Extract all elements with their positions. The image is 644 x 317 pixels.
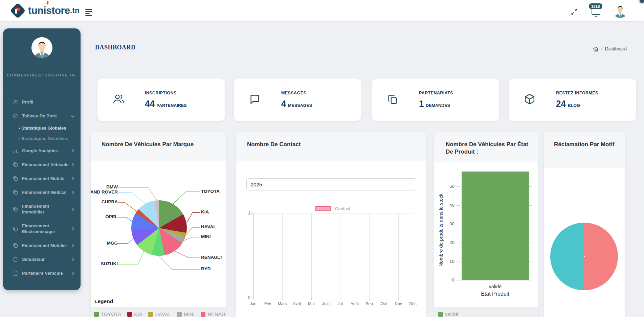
y-tick-label: 50 [442,184,454,189]
bar-x-axis-line [460,280,532,280]
x-tick-label: Nov [391,301,406,306]
line-legend-swatch[interactable] [315,206,331,211]
pie-slice-label: KIA [201,209,209,214]
sidebar-item-label: Financement Véhicule [22,162,69,167]
stat-card-restez-inform-s: RESTEZ INFORMÉS24BLOG [509,78,636,121]
brand-accent [46,1,49,5]
legend-label: validé [445,311,458,317]
stat-unit: PARTENAIRES [157,103,187,108]
x-tick-label: Mai [304,301,319,306]
fullscreen-icon[interactable] [571,8,578,17]
x-tick-label: Juin [318,301,333,306]
sidebar-item-label: Profil [22,99,74,105]
x-tick-label: Avril [289,301,304,306]
legend-item[interactable]: validé [438,311,458,317]
bar-y-axis-label: Nombre de produits dans le stock [438,174,444,286]
y-tick-label: 1 [244,211,250,216]
pie-slice-label: LAND ROVER [91,189,118,195]
legend-item[interactable]: MINI [177,311,195,317]
sidebar-item-financement-mobilier[interactable]: Financement Mobilier [3,239,81,252]
legend-label: MINI [184,311,195,317]
sidebar-item-financement-mobile[interactable]: Financement Mobile [3,172,81,185]
stat-label: PARTENARIATS [419,90,453,95]
sidebar: COMMERCIAL@TUNISTORE.TN. ProfilTableau D… [3,28,81,290]
sidebar-item-tableau-de-bord[interactable]: Tableau De Bord [3,109,81,123]
chat-icon [249,93,262,106]
pie-slice-label: OPEL [105,214,118,219]
sidebar-item-profil[interactable]: Profil [3,95,81,109]
legend-strip: TOYOTAKIAHAVALMINIRENAULTBYD [91,307,226,317]
legend-item[interactable]: HAVAL [148,311,171,317]
stat-label: MESSAGES [281,90,312,95]
sidebar-item-financement-medical[interactable]: Financement Medical [3,185,81,199]
chevron-right-icon [71,163,74,166]
sidebar-item-financement-v-hicule[interactable]: Financement Véhicule [3,158,81,172]
user-avatar[interactable] [613,3,628,18]
pie-slice-label: MINI [201,234,211,239]
line-legend-label: Contact [335,206,350,211]
sidebar-item-financement-immobilier[interactable]: Financement Immobilier [3,199,81,219]
sidebar-subitem-statistiques-d-taill-es[interactable]: Statistiques Détaillées [3,133,81,144]
brand-tld: .tn [70,6,80,15]
chart-card-etat-de-produit: Nombre De Véhicules Par État De Produit … [434,132,538,317]
sidebar-item-partenaire-v-hicule[interactable]: Partenaire Véhicule [3,266,81,280]
sidebar-avatar[interactable] [31,37,52,58]
pie-slice-label: HAVAL [201,224,216,229]
chart-card-vehicules-par-marque: Nombre De Véhicules Par Marque TOYOTAKIA… [91,132,226,317]
x-tick-label: Mars [275,301,290,306]
sidebar-item-label: Financement Medical [22,189,69,195]
sidebar-item-label: Financement Mobilier [22,243,69,248]
legend-item[interactable]: KIA [127,311,142,317]
top-right-circle-icon [638,0,644,4]
legend-item[interactable]: TOYOTA [94,311,121,317]
legend-swatch [201,312,205,317]
chart-card-reclamation-par-motif: Réclamation Par Motif [544,132,625,317]
monitor-icon [591,8,601,18]
stat-value: 24 [556,98,566,109]
sidebar-item-label: Google Analytics [22,148,69,154]
legend-swatch [177,312,182,317]
notifications-button[interactable]: 1518 [589,3,605,19]
chevron-right-icon [71,207,74,211]
stat-value: 1 [419,98,424,109]
breadcrumb: / Dashboard [593,46,627,52]
sidebar-item-financement-electrom-nager[interactable]: Financement Electroménager [3,219,81,239]
sidebar-item-label: Financement Mobile [22,176,69,181]
year-filter-input[interactable] [246,178,416,190]
breadcrumb-current[interactable]: Dashboard [605,46,627,52]
chart-title: Réclamation Par Motif [544,132,625,168]
x-tick-label: Oct [376,301,391,306]
top-header: tunistore .tn 1518 [0,0,644,21]
legend-swatch [148,312,153,317]
menu-toggle-icon[interactable] [85,9,92,17]
legend-swatch [127,312,132,317]
y-tick-label: 0 [442,277,454,282]
x-tick-label: Jul [333,301,348,306]
notification-count-badge: 1518 [589,3,602,9]
pie-center-dot [584,256,585,257]
legend-item[interactable]: RENAULT [201,311,226,317]
y-tick-label: 20 [442,240,454,245]
stat-value: 44 [145,98,155,109]
y-tick-label: 30 [442,221,454,226]
stat-card-inscriptions: INSCRIPTIONS44PARTENAIRES [97,78,225,121]
chart-card-nombre-de-contact: Nombre De Contact Contact JanFévMarsAvri… [236,132,426,317]
brand-logo[interactable]: tunistore .tn [10,2,80,19]
sidebar-item-label: Partenaire Véhicule [22,270,69,276]
pie-slice-label: SUZUKI [101,261,118,266]
bar-valide [462,172,529,280]
dashboard-page: tunistore .tn 1518 COMMERCIAL@TUNISTORE.… [0,0,644,317]
x-tick-label: Sep [362,301,377,306]
sidebar-item-simulateur[interactable]: Simulateur [3,252,81,266]
legend-swatch [438,312,443,317]
x-tick-label: Fév [260,301,275,306]
bar-x-axis-title: Etat Produit [454,291,536,297]
stat-value: 4 [281,98,286,109]
chevron-right-icon [71,177,74,180]
legend-swatch [94,312,99,317]
home-icon[interactable] [593,46,599,52]
sidebar-item-google-analytics[interactable]: Google Analytics [3,144,81,158]
chevron-right-icon [71,149,74,153]
sidebar-user-email: COMMERCIAL@TUNISTORE.TN. [3,73,81,77]
sidebar-subitem-statistiques-globales[interactable]: Statistiques Globales [3,123,81,133]
